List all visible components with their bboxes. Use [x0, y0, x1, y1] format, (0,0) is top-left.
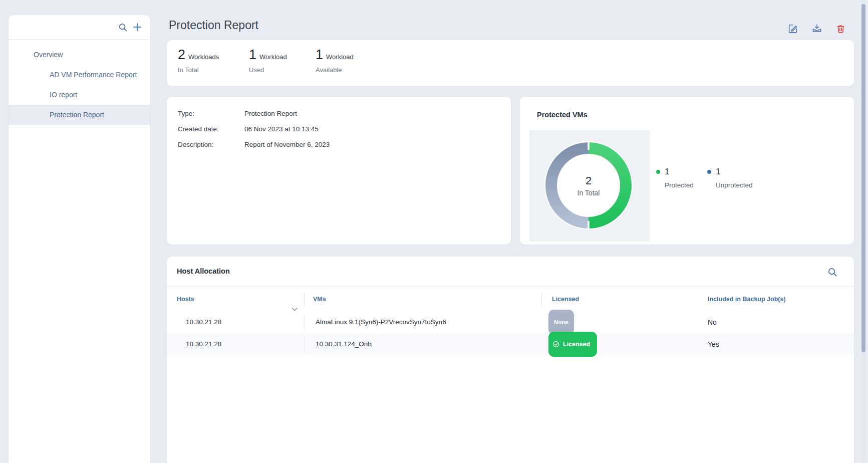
detail-row-type: Type: Protection Report: [178, 106, 511, 121]
stat-unit: Workloads: [188, 53, 219, 61]
donut-total-label: In Total: [577, 189, 600, 197]
status-badge-none: None: [548, 310, 574, 335]
legend-dot-protected: [656, 170, 660, 174]
workloads-summary-card: 2 Workloads In Total 1 Workload Used 1 W…: [167, 40, 854, 86]
legend-dot-unprotected: [707, 170, 711, 174]
detail-label: Created date:: [178, 125, 244, 133]
stat-value: 1: [316, 47, 323, 62]
stat-value: 2: [178, 47, 185, 62]
stat-used-workloads: 1 Workload Used: [249, 47, 287, 74]
column-header-hosts[interactable]: Hosts: [167, 287, 304, 311]
detail-label: Description:: [178, 141, 244, 148]
cell-host: 10.30.21.28: [167, 333, 304, 355]
stat-value: 1: [249, 47, 256, 62]
stat-total-workloads: 2 Workloads In Total: [178, 47, 219, 74]
page-actions: [787, 23, 846, 34]
protected-vms-title: Protected VMs: [537, 111, 588, 119]
check-circle-icon: [552, 341, 559, 348]
column-header-included[interactable]: Included in Backup Job(s): [708, 287, 854, 311]
legend-label: Protected: [665, 181, 694, 189]
host-allocation-header: Host Allocation: [167, 257, 854, 287]
badge-label: Licensed: [563, 333, 590, 355]
detail-row-description: Description: Report of November 6, 2023: [178, 137, 511, 152]
stat-caption: Available: [316, 66, 354, 74]
table-row[interactable]: 10.30.21.28 AlmaLinux 9.1(Syn6)-P2Vrecov…: [167, 311, 854, 333]
cell-vm: AlmaLinux 9.1(Syn6)-P2VrecovSyn7toSyn6: [304, 311, 541, 333]
legend-value: 1: [716, 167, 720, 177]
stat-caption: Used: [249, 66, 287, 74]
cell-licensed: None: [541, 311, 708, 333]
sidebar-item-protection-report[interactable]: Protection Report: [9, 105, 150, 125]
page-title: Protection Report: [169, 19, 258, 32]
stat-available-workloads: 1 Workload Available: [316, 47, 354, 74]
legend-protected: 1 Protected: [656, 167, 694, 189]
stat-caption: In Total: [178, 66, 219, 74]
plus-icon[interactable]: [132, 22, 142, 32]
stat-unit: Workload: [326, 53, 354, 61]
page-scrollbar-thumb[interactable]: [861, 4, 865, 352]
status-badge-licensed: Licensed: [548, 332, 597, 357]
cell-included: No: [708, 311, 854, 333]
page-scrollbar-track[interactable]: [861, 0, 865, 463]
legend-unprotected: 1 Unprotected: [707, 167, 753, 189]
sidebar-header: [9, 15, 150, 40]
sidebar-item-ad-vm-performance-report[interactable]: AD VM Performance Report: [9, 65, 150, 85]
report-details-card: Type: Protection Report Created date: 06…: [167, 97, 511, 245]
sidebar: Overview AD VM Performance Report IO rep…: [9, 15, 150, 463]
search-icon[interactable]: [827, 267, 837, 277]
trash-icon[interactable]: [835, 24, 846, 34]
cell-host: 10.30.21.28: [167, 311, 304, 333]
table-header-row: Hosts VMs Licensed Included in Backup Jo…: [167, 287, 854, 311]
sidebar-item-io-report[interactable]: IO report: [9, 85, 150, 105]
protected-vms-card: Protected VMs: [520, 97, 854, 245]
column-header-vms[interactable]: VMs: [304, 287, 541, 311]
detail-value: 06 Nov 2023 at 10:13:45: [244, 125, 319, 133]
search-icon[interactable]: [118, 23, 128, 32]
donut-total-value: 2: [586, 174, 592, 187]
edit-icon[interactable]: [787, 23, 798, 34]
column-header-licensed[interactable]: Licensed: [541, 287, 708, 311]
donut-center-labels: 2 In Total: [541, 138, 636, 233]
main-content: Protection Report: [167, 0, 854, 463]
cell-vm: 10.30.31.124_Onb: [304, 333, 541, 355]
host-allocation-title: Host Allocation: [177, 267, 230, 275]
sidebar-nav: Overview AD VM Performance Report IO rep…: [9, 40, 150, 125]
cell-included: Yes: [708, 333, 854, 355]
cell-licensed: Licensed: [541, 333, 708, 355]
sidebar-item-overview[interactable]: Overview: [9, 45, 150, 65]
table-row[interactable]: 10.30.21.28 10.30.31.124_Onb Licensed Ye…: [167, 333, 854, 355]
detail-row-created-date: Created date: 06 Nov 2023 at 10:13:45: [178, 121, 511, 137]
app-root: Overview AD VM Performance Report IO rep…: [0, 0, 868, 463]
host-allocation-card: Host Allocation Hosts VMs: [167, 257, 854, 463]
legend-label: Unprotected: [716, 181, 753, 189]
detail-value: Protection Report: [244, 110, 297, 117]
stat-unit: Workload: [259, 53, 287, 61]
download-icon[interactable]: [811, 23, 822, 34]
detail-value: Report of November 6, 2023: [244, 141, 330, 148]
detail-label: Type:: [178, 110, 244, 117]
legend-value: 1: [665, 167, 669, 177]
